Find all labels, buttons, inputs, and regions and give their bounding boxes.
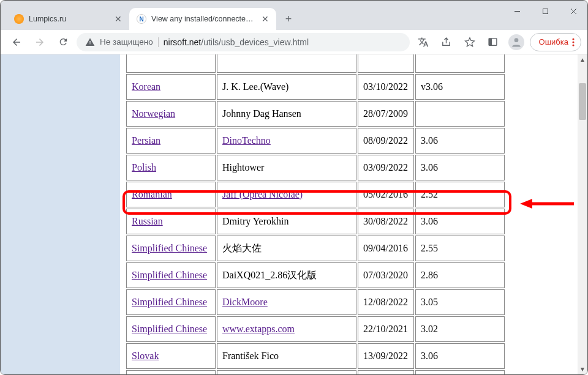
language-link[interactable]: Simplified Chinese	[132, 324, 207, 334]
table-row: Simplified Chinesewww.extapps.com22/10/2…	[126, 316, 505, 342]
version-cell	[415, 101, 505, 127]
translator-cell: J. K. Lee.(Wave)	[217, 74, 356, 100]
svg-rect-5	[489, 39, 492, 45]
version-cell: 2.46	[415, 370, 505, 374]
table-row: SlovakJuraj Vaňa20/10/20152.46	[126, 370, 505, 374]
language-link[interactable]: Norwegian	[132, 108, 175, 119]
language-link[interactable]: Simplified Chinese	[132, 297, 207, 307]
date-cell: 03/09/2022	[358, 155, 414, 180]
language-cell: Romanian	[126, 182, 216, 207]
language-cell: Polish	[126, 155, 216, 180]
translator-cell: Johnny Dag Hansen	[217, 101, 356, 127]
version-cell: 3.06	[415, 128, 505, 154]
tab-label: View any installed/connected US	[151, 15, 255, 23]
separator	[158, 37, 159, 47]
share-icon[interactable]	[437, 32, 456, 52]
content-pane[interactable]: KoreanJ. K. Lee.(Wave)03/10/2022v3.06Nor…	[120, 54, 578, 374]
scrollbar-thumb[interactable]	[579, 83, 586, 120]
version-cell: 3.06	[415, 155, 505, 180]
table-row: RussianDmitry Yerokhin30/08/20223.06	[126, 209, 505, 234]
language-cell: Simplified Chinese	[126, 316, 216, 342]
vertical-scrollbar[interactable]: ▲ ▼	[578, 54, 587, 374]
translator-link[interactable]: Jaff (Oprea Nicolae)	[222, 189, 303, 199]
language-cell: Simplified Chinese	[126, 236, 216, 261]
tab-label: Lumpics.ru	[29, 15, 108, 23]
avatar-icon	[508, 34, 524, 50]
translator-cell: František Fico	[217, 343, 356, 369]
table-row: Simplified ChineseDaiXQ021_2.86汉化版07/03/…	[126, 262, 505, 288]
translator-cell: DaiXQ021_2.86汉化版	[217, 262, 356, 288]
close-window-button[interactable]	[559, 1, 587, 21]
language-link[interactable]: Romanian	[132, 189, 172, 199]
language-link[interactable]: Persian	[132, 135, 160, 146]
language-cell: Korean	[126, 74, 216, 100]
language-cell: Norwegian	[126, 101, 216, 127]
language-cell: Simplified Chinese	[126, 262, 216, 288]
forward-button[interactable]	[30, 32, 50, 52]
translator-cell: www.extapps.com	[217, 316, 356, 342]
language-cell: Slovak	[126, 343, 216, 369]
translator-cell: DickMoore	[217, 289, 356, 315]
date-cell: 03/10/2022	[358, 74, 414, 100]
language-link[interactable]: Simplified Chinese	[132, 270, 207, 280]
language-cell: Russian	[126, 209, 216, 234]
language-link[interactable]: Simplified Chinese	[132, 243, 207, 253]
table-row: KoreanJ. K. Lee.(Wave)03/10/2022v3.06	[126, 74, 505, 100]
close-tab-icon[interactable]: ✕	[113, 14, 123, 24]
table-row: RomanianJaff (Oprea Nicolae)05/02/20162.…	[126, 182, 505, 207]
version-cell: 2.55	[415, 236, 505, 261]
language-link[interactable]: Russian	[132, 216, 163, 226]
translator-cell: Dmitry Yerokhin	[217, 209, 356, 234]
back-button[interactable]	[7, 32, 26, 52]
table-row: NorwegianJohnny Dag Hansen28/07/2009	[126, 101, 505, 127]
date-cell: 28/07/2009	[358, 101, 414, 127]
insecure-warning-icon	[85, 37, 95, 47]
translator-cell: Juraj Vaňa	[217, 370, 356, 374]
date-cell: 09/04/2016	[358, 236, 414, 261]
version-cell: 3.06	[415, 343, 505, 369]
reload-button[interactable]	[53, 32, 73, 52]
scrollbar-track[interactable]	[578, 65, 587, 364]
language-table: KoreanJ. K. Lee.(Wave)03/10/2022v3.06Nor…	[125, 54, 506, 374]
version-cell: 2.52	[415, 182, 505, 207]
profile-button[interactable]	[507, 32, 526, 52]
translator-cell: Jaff (Oprea Nicolae)	[217, 182, 356, 207]
version-cell: 2.86	[415, 262, 505, 288]
side-panel-icon[interactable]	[483, 32, 503, 52]
date-cell: 13/09/2022	[358, 343, 414, 369]
error-label: Ошибка	[539, 37, 568, 46]
translate-icon[interactable]	[413, 32, 433, 52]
version-cell: 3.06	[415, 209, 505, 234]
bookmark-icon[interactable]	[460, 32, 480, 52]
svg-point-7	[572, 38, 574, 40]
maximize-button[interactable]	[531, 1, 559, 21]
version-cell: 3.02	[415, 316, 505, 342]
translator-link[interactable]: DickMoore	[222, 297, 268, 307]
close-tab-icon[interactable]: ✕	[260, 14, 270, 24]
language-link[interactable]: Korean	[132, 81, 160, 92]
scroll-down-icon[interactable]: ▼	[578, 364, 587, 374]
version-cell	[415, 54, 505, 73]
minimize-button[interactable]	[503, 1, 531, 21]
language-cell	[126, 54, 216, 73]
tab-nirsoft[interactable]: N View any installed/connected US ✕	[129, 8, 276, 30]
translator-cell: DinoTechno	[217, 128, 356, 154]
svg-rect-1	[543, 9, 548, 13]
arrow-annotation	[520, 198, 575, 210]
url-field[interactable]: Не защищено nirsoft.net/utils/usb_device…	[77, 33, 410, 51]
tab-lumpics[interactable]: Lumpics.ru ✕	[7, 8, 129, 30]
translator-link[interactable]: DinoTechno	[222, 135, 271, 146]
date-cell: 05/02/2016	[358, 182, 414, 207]
new-tab-button[interactable]: +	[280, 10, 297, 28]
browser-titlebar: Lumpics.ru ✕ N View any installed/connec…	[1, 1, 587, 30]
svg-point-9	[572, 44, 574, 46]
error-chip[interactable]: Ошибка	[530, 33, 581, 51]
translator-link[interactable]: www.extapps.com	[222, 324, 295, 334]
language-cell: Simplified Chinese	[126, 289, 216, 315]
url-text: nirsoft.net/utils/usb_devices_view.html	[164, 37, 309, 47]
scroll-up-icon[interactable]: ▲	[578, 54, 587, 65]
language-link[interactable]: Polish	[132, 162, 156, 173]
date-cell	[358, 54, 414, 73]
language-link[interactable]: Slovak	[132, 351, 159, 361]
version-cell: v3.06	[415, 74, 505, 100]
